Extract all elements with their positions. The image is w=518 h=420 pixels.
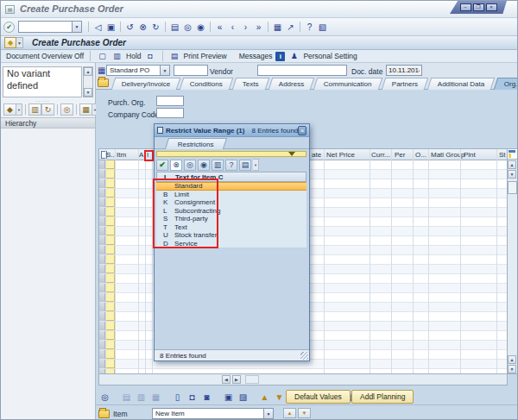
row-selector[interactable] [99,179,105,188]
row-selector[interactable] [99,236,105,245]
po-number-field[interactable] [174,65,208,76]
dialog-titlebar[interactable]: Restrict Value Range (1) 8 Entries found… [155,124,309,137]
create-session-icon[interactable]: ▦ [271,21,284,33]
minimize-button[interactable]: – [460,3,471,11]
create-shortcut-icon[interactable]: ↗ [284,21,297,33]
scroll-up-icon[interactable]: ▲ [508,355,516,364]
status-cell[interactable] [105,341,115,349]
row-selector[interactable] [99,170,105,179]
row-selector[interactable] [99,293,105,302]
hold-button[interactable]: Hold [126,52,141,60]
document-overview-button[interactable]: Document Overview Off [6,52,84,60]
tab-delivery-invoice[interactable]: Delivery/Invoice [111,78,181,90]
scroll-down-icon[interactable]: ▼ [508,365,516,373]
back-icon[interactable]: ◁ [92,21,104,33]
status-cell[interactable] [105,246,115,254]
dialog-close-icon[interactable]: × [298,126,306,135]
status-cell[interactable] [105,322,115,330]
print-preview-button[interactable]: Print Preview [184,52,227,60]
layout-icon[interactable]: ◆ [3,103,16,116]
status-cell[interactable] [105,274,115,283]
row-selector[interactable] [99,350,105,359]
copy-item-icon[interactable]: ▣ [222,392,235,404]
messages-info-icon[interactable]: i [275,52,285,61]
tab-texts[interactable]: Texts [232,78,269,90]
value-entry-row[interactable]: SThird-party [156,215,306,223]
personal-setting-button[interactable]: Personal Setting [303,52,357,60]
scroll-down-icon[interactable]: ▼ [508,170,516,179]
value-entry-row[interactable]: TText [156,223,306,232]
status-cell[interactable] [105,170,115,179]
row-selector[interactable] [99,198,105,207]
print-icon[interactable]: ▤ [239,160,251,171]
vendor-field[interactable] [257,65,347,76]
select-block-icon[interactable]: ▥ [135,392,148,404]
resize-grip[interactable] [300,352,308,360]
status-cell[interactable] [105,312,115,321]
table-row[interactable] [99,369,507,373]
scrollbar-thumb[interactable] [508,181,517,194]
previous-item-icon[interactable]: ▲ [283,408,296,418]
scroll-down-icon[interactable]: ▼ [84,88,92,97]
status-cell[interactable] [105,217,115,226]
status-cell[interactable] [105,255,115,264]
row-selector[interactable] [99,217,105,226]
deselect-all-icon[interactable]: ▦ [149,392,162,404]
order-type-dropdown-icon[interactable]: ▼ [160,66,169,75]
duplicate-item-icon[interactable]: ▨ [237,392,250,404]
item-select-dropdown-icon[interactable]: ▼ [263,409,273,418]
status-cell[interactable] [105,303,115,311]
row-selector[interactable] [99,331,105,340]
command-field[interactable]: ▼ [18,21,82,33]
cancel-icon[interactable]: ⊗ [136,21,149,33]
copy-icon[interactable]: ▥ [28,103,41,116]
hold-lock-icon[interactable]: ◘ [145,51,156,61]
status-cell[interactable] [105,284,115,292]
row-selector[interactable] [99,208,105,216]
scroll-left-icon[interactable]: ◀ [222,375,231,384]
tab-org-data[interactable]: Org. Data [494,78,518,90]
status-cell[interactable] [105,293,115,302]
continue-icon[interactable]: ✔ [156,160,168,171]
status-cell[interactable] [105,189,115,197]
first-page-icon[interactable]: « [213,21,226,33]
scroll-up-icon[interactable]: ▲ [508,160,516,169]
maximize-button[interactable]: ❐ [473,3,484,11]
save-icon[interactable]: ▣ [104,21,117,33]
value-entry-row[interactable]: LSubcontracting [156,207,306,216]
unlock-item-icon[interactable]: ◙ [200,392,213,404]
tab-restrictions[interactable]: Restrictions [165,138,227,149]
row-selector[interactable] [99,303,105,311]
multiple-selection-icon[interactable]: ▥ [212,160,224,171]
status-cell[interactable] [105,265,115,273]
value-entry-row[interactable]: Standard [156,182,306,191]
company-code-field[interactable] [156,108,184,118]
find-icon[interactable]: ◎ [60,103,73,116]
row-selector[interactable] [99,360,105,368]
messages-button[interactable]: Messages [239,52,273,60]
row-selector[interactable] [99,369,105,373]
item-details-icon[interactable]: ◎ [98,392,111,404]
value-entry-row[interactable]: KConsignment [156,198,306,207]
order-type-select[interactable]: Standard PO ▼ [106,65,170,76]
row-selector[interactable] [99,312,105,321]
tab-communication[interactable]: Communication [313,78,382,90]
row-selector[interactable] [99,322,105,330]
value-entry-row[interactable]: DService [156,240,306,248]
row-selector[interactable] [99,274,105,283]
row-selector[interactable] [99,284,105,292]
tab-address[interactable]: Address [268,78,315,90]
item-select[interactable]: New Item ▼ [152,408,274,419]
status-cell[interactable] [105,179,115,188]
find-next-icon[interactable]: ◉ [194,21,207,33]
last-page-icon[interactable]: » [252,21,265,33]
view-settings-icon[interactable]: ▦ [79,103,92,116]
row-selector[interactable] [99,227,105,235]
dropdown-icon[interactable]: ▼ [253,159,259,171]
header-folder-icon[interactable] [98,78,109,87]
status-cell[interactable] [105,208,115,216]
status-cell[interactable] [105,331,115,340]
scroll-up-icon[interactable]: ▲ [84,67,92,76]
refresh-icon[interactable]: ↻ [149,21,162,33]
tab-partners[interactable]: Partners [382,78,429,90]
